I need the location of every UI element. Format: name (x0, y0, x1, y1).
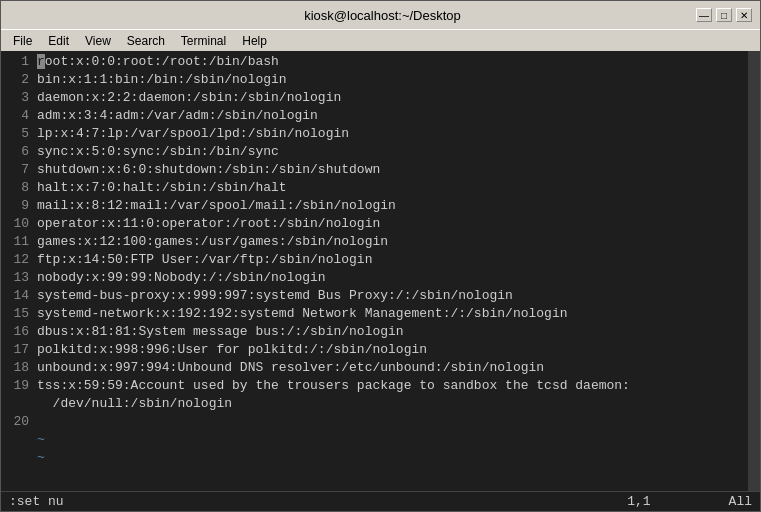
statusbar: :set nu 1,1 All (1, 491, 760, 511)
line-16: dbus:x:81:81:System message bus:/:/sbin/… (37, 323, 744, 341)
line-9: mail:x:8:12:mail:/var/spool/mail:/sbin/n… (37, 197, 744, 215)
window-title: kiosk@localhost:~/Desktop (69, 8, 696, 23)
line-num-5: 5 (1, 125, 29, 143)
line-18: unbound:x:997:994:Unbound DNS resolver:/… (37, 359, 744, 377)
maximize-button[interactable]: □ (716, 8, 732, 22)
menu-file[interactable]: File (5, 32, 40, 50)
menubar: File Edit View Search Terminal Help (1, 29, 760, 51)
line-num-1: 1 (1, 53, 29, 71)
menu-edit[interactable]: Edit (40, 32, 77, 50)
line-num-16: 16 (1, 323, 29, 341)
cursor-position: 1,1 (627, 494, 650, 509)
menu-search[interactable]: Search (119, 32, 173, 50)
line-2: bin:x:1:1:bin:/bin:/sbin/nologin (37, 71, 744, 89)
line-12: ftp:x:14:50:FTP User:/var/ftp:/sbin/nolo… (37, 251, 744, 269)
menu-view[interactable]: View (77, 32, 119, 50)
line-num-17: 17 (1, 341, 29, 359)
line-num-3: 3 (1, 89, 29, 107)
code-lines[interactable]: root:x:0:0:root:/root:/bin/bash bin:x:1:… (33, 51, 748, 491)
line-7: shutdown:x:6:0:shutdown:/sbin:/sbin/shut… (37, 161, 744, 179)
line-10: operator:x:11:0:operator:/root:/sbin/nol… (37, 215, 744, 233)
tilde-2: ~ (37, 449, 744, 467)
line-15: systemd-network:x:192:192:systemd Networ… (37, 305, 744, 323)
line-14: systemd-bus-proxy:x:999:997:systemd Bus … (37, 287, 744, 305)
scrollbar[interactable] (748, 51, 760, 491)
minimize-button[interactable]: — (696, 8, 712, 22)
line-num-10: 10 (1, 215, 29, 233)
line-19: tss:x:59:59:Account used by the trousers… (37, 377, 744, 395)
terminal-window: kiosk@localhost:~/Desktop — □ ✕ File Edi… (0, 0, 761, 512)
title-bar-buttons: — □ ✕ (696, 8, 752, 22)
line-num-9: 9 (1, 197, 29, 215)
terminal-content: 1 2 3 4 5 6 7 8 9 10 11 12 13 14 15 16 1… (1, 51, 760, 511)
line-num-12: 12 (1, 251, 29, 269)
line-num-2: 2 (1, 71, 29, 89)
line-num-20: 20 (1, 413, 29, 431)
line-1: root:x:0:0:root:/root:/bin/bash (37, 53, 744, 71)
cursor: r (37, 54, 45, 69)
line-num-19: 19 (1, 377, 29, 395)
close-button[interactable]: ✕ (736, 8, 752, 22)
status-command: :set nu (9, 494, 64, 509)
line-num-11: 11 (1, 233, 29, 251)
line-num-7: 7 (1, 161, 29, 179)
line-5: lp:x:4:7:lp:/var/spool/lpd:/sbin/nologin (37, 125, 744, 143)
line-num-4: 4 (1, 107, 29, 125)
line-num-18: 18 (1, 359, 29, 377)
line-num-14: 14 (1, 287, 29, 305)
line-3: daemon:x:2:2:daemon:/sbin:/sbin/nologin (37, 89, 744, 107)
line-6: sync:x:5:0:sync:/sbin:/bin/sync (37, 143, 744, 161)
line-19-cont: /dev/null:/sbin/nologin (37, 395, 744, 413)
line-13: nobody:x:99:99:Nobody:/:/sbin/nologin (37, 269, 744, 287)
content-area: 1 2 3 4 5 6 7 8 9 10 11 12 13 14 15 16 1… (1, 51, 760, 491)
menu-terminal[interactable]: Terminal (173, 32, 234, 50)
scroll-mode: All (729, 494, 752, 509)
line-8: halt:x:7:0:halt:/sbin:/sbin/halt (37, 179, 744, 197)
line-4: adm:x:3:4:adm:/var/adm:/sbin/nologin (37, 107, 744, 125)
tilde-1: ~ (37, 431, 744, 449)
status-position: 1,1 All (627, 494, 752, 509)
line-11: games:x:12:100:games:/usr/games:/sbin/no… (37, 233, 744, 251)
line-num-13: 13 (1, 269, 29, 287)
line-numbers: 1 2 3 4 5 6 7 8 9 10 11 12 13 14 15 16 1… (1, 51, 33, 491)
title-bar: kiosk@localhost:~/Desktop — □ ✕ (1, 1, 760, 29)
line-num-6: 6 (1, 143, 29, 161)
menu-help[interactable]: Help (234, 32, 275, 50)
line-num-8: 8 (1, 179, 29, 197)
line-num-15: 15 (1, 305, 29, 323)
line-20 (37, 413, 744, 431)
line-17: polkitd:x:998:996:User for polkitd:/:/sb… (37, 341, 744, 359)
line-num-19b (1, 395, 29, 413)
